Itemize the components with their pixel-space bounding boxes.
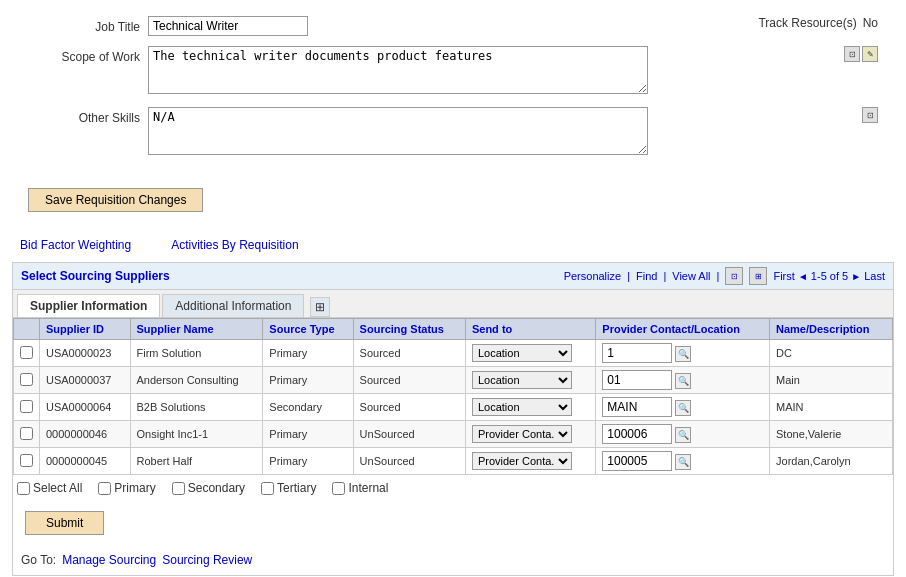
search-button[interactable]: 🔍 (675, 427, 691, 443)
manage-sourcing-link[interactable]: Manage Sourcing (62, 553, 156, 567)
row-send-to[interactable]: Location Provider Conta... (465, 367, 595, 394)
row-send-to[interactable]: Location Provider Conta... (465, 421, 595, 448)
scope-expand-icon[interactable]: ⊡ (844, 46, 860, 62)
links-row: Bid Factor Weighting Activities By Requi… (12, 234, 894, 256)
col-sourcing-status: Sourcing Status (353, 319, 465, 340)
row-supplier-name: Firm Solution (130, 340, 263, 367)
row-send-to[interactable]: Location Provider Conta... (465, 394, 595, 421)
save-section: Save Requisition Changes (12, 176, 894, 228)
primary-label: Primary (114, 481, 155, 495)
view-all-link[interactable]: View All (672, 270, 710, 282)
row-supplier-name: Robert Half (130, 448, 263, 475)
select-all-checkbox-label[interactable]: Select All (17, 481, 82, 495)
row-source-type: Primary (263, 340, 353, 367)
scope-icons: ⊡ ✎ (844, 46, 878, 62)
table-header-row: Supplier ID Supplier Name Source Type So… (14, 319, 893, 340)
send-to-select[interactable]: Location Provider Conta... (472, 452, 572, 470)
send-to-select[interactable]: Location Provider Conta... (472, 371, 572, 389)
job-title-input[interactable] (148, 16, 308, 36)
other-skills-row: Other Skills ⊡ (28, 107, 878, 158)
grid-icon[interactable]: ⊞ (749, 267, 767, 285)
panel-header: Select Sourcing Suppliers Personalize | … (13, 263, 893, 290)
tertiary-label: Tertiary (277, 481, 316, 495)
provider-contact-input[interactable] (602, 370, 672, 390)
row-checkbox[interactable] (20, 400, 33, 413)
internal-checkbox[interactable] (332, 482, 345, 495)
table-row: 0000000046 Onsight Inc1-1 Primary UnSour… (14, 421, 893, 448)
track-resource-value: No (863, 16, 878, 30)
page-info: 1-5 of 5 (811, 270, 848, 282)
row-supplier-id: USA0000023 (40, 340, 131, 367)
find-link[interactable]: Find (636, 270, 657, 282)
export-icon[interactable]: ⊡ (725, 267, 743, 285)
secondary-checkbox-label[interactable]: Secondary (172, 481, 245, 495)
prev-arrow[interactable]: ◄ (798, 271, 808, 282)
select-all-checkbox[interactable] (17, 482, 30, 495)
row-sourcing-status: UnSourced (353, 421, 465, 448)
scope-of-work-input[interactable] (148, 46, 648, 94)
tab-icon[interactable]: ⊞ (310, 297, 330, 317)
row-send-to[interactable]: Location Provider Conta... (465, 340, 595, 367)
scope-of-work-label: Scope of Work (28, 46, 148, 64)
goto-row: Go To: Manage Sourcing Sourcing Review (13, 549, 893, 571)
row-supplier-name: Onsight Inc1-1 (130, 421, 263, 448)
scope-of-work-control: ⊡ ✎ (148, 46, 878, 97)
personalize-link[interactable]: Personalize (564, 270, 621, 282)
job-title-row: Job Title Track Resource(s) No (28, 16, 878, 36)
row-source-type: Primary (263, 367, 353, 394)
row-name-desc: Main (770, 367, 893, 394)
row-provider-contact: 🔍 (596, 421, 770, 448)
other-skills-expand-icon[interactable]: ⊡ (862, 107, 878, 123)
provider-contact-input[interactable] (602, 343, 672, 363)
send-to-select[interactable]: Location Provider Conta... (472, 425, 572, 443)
send-to-select[interactable]: Location Provider Conta... (472, 398, 572, 416)
row-name-desc: Stone,Valerie (770, 421, 893, 448)
provider-contact-input[interactable] (602, 451, 672, 471)
row-supplier-name: Anderson Consulting (130, 367, 263, 394)
row-checkbox[interactable] (20, 454, 33, 467)
goto-label: Go To: (21, 553, 56, 567)
last-link[interactable]: Last (864, 270, 885, 282)
tertiary-checkbox[interactable] (261, 482, 274, 495)
table-row: USA0000023 Firm Solution Primary Sourced… (14, 340, 893, 367)
row-supplier-id: 0000000046 (40, 421, 131, 448)
row-checkbox-cell (14, 367, 40, 394)
panel-controls: Personalize | Find | View All | ⊡ ⊞ Firs… (564, 267, 885, 285)
provider-contact-input[interactable] (602, 397, 672, 417)
col-source-type: Source Type (263, 319, 353, 340)
submit-button[interactable]: Submit (25, 511, 104, 535)
search-button[interactable]: 🔍 (675, 346, 691, 362)
tertiary-checkbox-label[interactable]: Tertiary (261, 481, 316, 495)
submit-section: Submit (13, 501, 893, 545)
internal-checkbox-label[interactable]: Internal (332, 481, 388, 495)
sourcing-review-link[interactable]: Sourcing Review (162, 553, 252, 567)
tab-additional-information[interactable]: Additional Information (162, 294, 304, 317)
primary-checkbox[interactable] (98, 482, 111, 495)
send-to-select[interactable]: Location Provider Conta... (472, 344, 572, 362)
next-arrow[interactable]: ► (851, 271, 861, 282)
tab-supplier-information[interactable]: Supplier Information (17, 294, 160, 317)
row-checkbox[interactable] (20, 427, 33, 440)
top-form: Job Title Track Resource(s) No Scope of … (12, 8, 894, 176)
col-provider-contact: Provider Contact/Location (596, 319, 770, 340)
row-send-to[interactable]: Location Provider Conta... (465, 448, 595, 475)
row-checkbox-cell (14, 421, 40, 448)
other-skills-input[interactable] (148, 107, 648, 155)
save-button[interactable]: Save Requisition Changes (28, 188, 203, 212)
secondary-checkbox[interactable] (172, 482, 185, 495)
row-supplier-id: USA0000037 (40, 367, 131, 394)
internal-label: Internal (348, 481, 388, 495)
pagination: First ◄ 1-5 of 5 ► Last (773, 270, 885, 282)
row-source-type: Secondary (263, 394, 353, 421)
primary-checkbox-label[interactable]: Primary (98, 481, 155, 495)
search-button[interactable]: 🔍 (675, 400, 691, 416)
row-checkbox[interactable] (20, 346, 33, 359)
search-button[interactable]: 🔍 (675, 454, 691, 470)
first-link[interactable]: First (773, 270, 794, 282)
row-checkbox[interactable] (20, 373, 33, 386)
scope-edit-icon[interactable]: ✎ (862, 46, 878, 62)
activities-link[interactable]: Activities By Requisition (171, 238, 298, 252)
search-button[interactable]: 🔍 (675, 373, 691, 389)
bid-factor-link[interactable]: Bid Factor Weighting (20, 238, 131, 252)
provider-contact-input[interactable] (602, 424, 672, 444)
